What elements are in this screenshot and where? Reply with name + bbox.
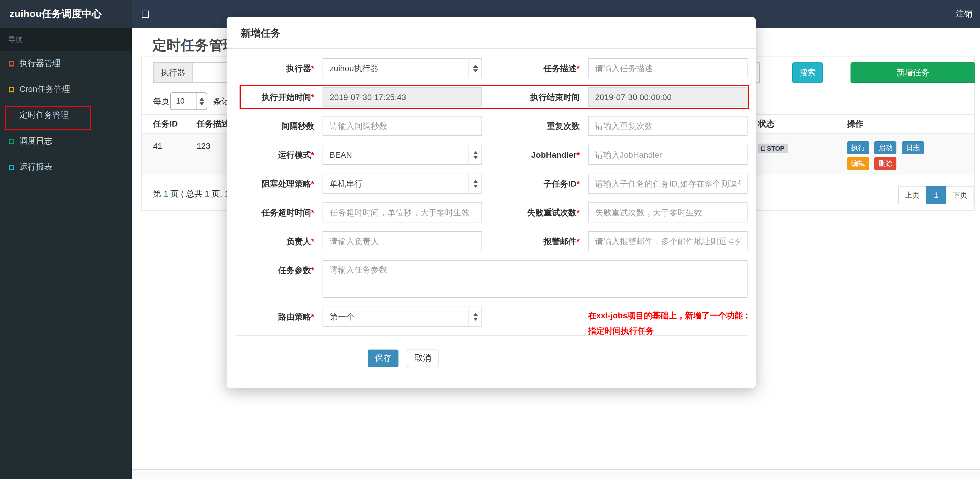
square-icon	[9, 113, 14, 118]
child-task-label: 子任务ID*	[482, 173, 588, 194]
execute-button[interactable]: 执行	[847, 141, 869, 154]
modal-body: 执行器* zuihou执行器 任务描述* 执行开始时间* 执行结束时间 间隔秒数…	[227, 49, 756, 367]
select-value: 单机串行	[329, 179, 363, 188]
col-header-actions: 操作	[847, 115, 864, 133]
page-footer	[132, 469, 980, 479]
executor-label: 执行器*	[235, 58, 323, 78]
col-header-task-id: 任务ID	[153, 115, 178, 133]
modal-title: 新增任务	[241, 28, 281, 39]
interval-input[interactable]	[323, 116, 482, 136]
pagination: 上页 1 下页	[899, 186, 974, 204]
route-strategy-select[interactable]: 第一个	[323, 307, 482, 326]
logout-link[interactable]: 注销	[956, 0, 972, 28]
sidebar: 导航 执行器管理 Cron任务管理 定时任务管理 调度日志 运行报表	[0, 28, 132, 479]
retry-count-input[interactable]	[588, 202, 748, 223]
block-strategy-select[interactable]: 单机串行	[323, 173, 482, 194]
per-page-label: 每页	[153, 92, 170, 110]
delete-button[interactable]: 删除	[874, 157, 897, 170]
modal-header: 新增任务	[227, 17, 756, 49]
square-icon	[9, 61, 14, 66]
chevron-updown-icon	[469, 59, 482, 78]
sidebar-item-label: 运行报表	[19, 162, 52, 172]
save-button[interactable]: 保存	[368, 350, 398, 367]
executor-select[interactable]: zuihou执行器	[323, 58, 482, 78]
sidebar-item-schedule-log[interactable]: 调度日志	[0, 128, 132, 154]
feature-note-line1: 在xxl-jobs项目的基础上，新增了一个功能：	[588, 308, 751, 323]
child-task-input[interactable]	[588, 173, 748, 194]
chevron-updown-icon	[469, 307, 482, 326]
cell-task-desc: 123	[197, 141, 210, 151]
alarm-email-label: 报警邮件*	[482, 231, 588, 251]
square-icon	[9, 138, 14, 144]
prev-page-button[interactable]: 上页	[898, 186, 926, 204]
start-time-label: 执行开始时间*	[235, 87, 323, 107]
stop-icon	[761, 146, 765, 150]
log-button[interactable]: 日志	[902, 141, 924, 154]
sidebar-item-timed-task-manage[interactable]: 定时任务管理	[0, 102, 132, 128]
repeat-count-input[interactable]	[588, 116, 748, 136]
end-time-label: 执行结束时间	[482, 87, 588, 107]
run-mode-label: 运行模式*	[235, 145, 323, 165]
repeat-count-label: 重复次数	[482, 116, 588, 136]
col-header-task-desc: 任务描述	[197, 115, 229, 133]
jobhandler-label: JobHandler*	[482, 145, 588, 165]
retry-count-label: 失败重试次数*	[482, 202, 588, 223]
alarm-email-input[interactable]	[588, 231, 748, 251]
add-task-modal: 新增任务 执行器* zuihou执行器 任务描述* 执行开始时间* 执行结束时间…	[227, 17, 756, 388]
task-desc-label: 任务描述*	[482, 58, 588, 78]
feature-note-line2: 指定时间执行任务	[588, 323, 751, 338]
col-header-status: 状态	[758, 115, 775, 133]
per-page-value: 10	[176, 97, 185, 105]
block-strategy-label: 阻塞处理策略*	[235, 173, 323, 194]
chevron-updown-icon	[196, 93, 207, 110]
run-mode-select[interactable]: BEAN	[323, 145, 482, 165]
sidebar-item-label: Cron任务管理	[19, 84, 70, 95]
brand-title: zuihou任务调度中心	[0, 0, 132, 28]
feature-note: 在xxl-jobs项目的基础上，新增了一个功能： 指定时间执行任务	[588, 307, 751, 326]
search-button[interactable]: 搜索	[792, 62, 823, 83]
select-value: zuihou执行器	[329, 64, 379, 73]
status-text: STOP	[767, 145, 784, 152]
interval-label: 间隔秒数	[235, 116, 323, 136]
select-value: 第一个	[329, 312, 354, 321]
add-task-button[interactable]: 新增任务	[851, 62, 975, 83]
executor-filter-label: 执行器	[153, 62, 192, 83]
sidebar-item-executor-manage[interactable]: 执行器管理	[0, 51, 132, 76]
per-page-select[interactable]: 10	[170, 92, 207, 110]
sidebar-toggle-icon[interactable]	[142, 11, 149, 18]
row-actions: 执行 启动 日志 编辑 删除	[847, 141, 929, 173]
square-icon	[9, 164, 14, 170]
sidebar-item-label: 调度日志	[19, 136, 52, 146]
page-title: 定时任务管理	[153, 35, 237, 56]
modal-footer: 保存 取消	[235, 336, 748, 367]
timeout-input[interactable]	[323, 202, 482, 223]
app-root: zuihou任务调度中心 注销 导航 执行器管理 Cron任务管理 定时任务管理…	[0, 0, 980, 479]
square-icon	[9, 87, 14, 92]
page-1-button[interactable]: 1	[926, 186, 947, 204]
sidebar-item-label: 定时任务管理	[19, 110, 69, 121]
sidebar-nav-label: 导航	[0, 28, 132, 51]
task-params-textarea[interactable]	[323, 260, 748, 298]
select-value: BEAN	[329, 150, 352, 159]
cancel-button[interactable]: 取消	[407, 350, 439, 367]
end-time-input[interactable]	[588, 87, 748, 107]
jobhandler-input[interactable]	[588, 145, 748, 165]
cell-task-id: 41	[153, 141, 162, 151]
sidebar-item-run-report[interactable]: 运行报表	[0, 154, 132, 180]
timeout-label: 任务超时时间*	[235, 202, 323, 223]
edit-button[interactable]: 编辑	[847, 157, 869, 170]
owner-input[interactable]	[323, 231, 482, 251]
route-strategy-label: 路由策略*	[235, 307, 323, 326]
sidebar-item-label: 执行器管理	[19, 58, 60, 69]
start-button[interactable]: 启动	[874, 141, 897, 154]
start-time-input[interactable]	[323, 87, 482, 107]
chevron-updown-icon	[469, 174, 482, 193]
sidebar-item-cron-task-manage[interactable]: Cron任务管理	[0, 76, 132, 102]
task-params-label: 任务参数*	[235, 260, 323, 298]
next-page-button[interactable]: 下页	[946, 186, 974, 204]
owner-label: 负责人*	[235, 231, 323, 251]
status-badge: STOP	[758, 143, 788, 153]
chevron-updown-icon	[469, 145, 482, 164]
task-desc-input[interactable]	[588, 58, 748, 78]
